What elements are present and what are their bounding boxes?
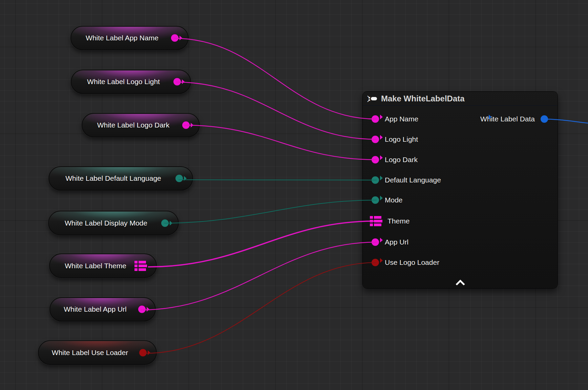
pin-row-default-language: Default Language [372,174,441,186]
collapse-node-button[interactable] [455,279,466,286]
pin-label: Use Logo Loader [385,258,439,267]
wire-display-mode[interactable] [164,200,377,223]
pin-label: App Url [385,238,408,246]
make-struct-icon: ↘↗ [367,95,377,102]
wire-logo-light[interactable] [176,82,377,139]
string-pin-icon[interactable] [138,306,146,313]
node-label: White Label Logo Dark [88,121,193,129]
enum-pin-icon[interactable] [372,176,379,184]
blueprint-graph-canvas[interactable]: White Label App Name White Label Logo Li… [0,0,588,390]
pin-row-logo-light: Logo Light [372,134,418,145]
string-pin-icon[interactable] [372,115,379,123]
pin-row-white-label-data: White Label Data [480,113,548,125]
enum-pin-icon[interactable] [161,219,169,227]
enum-pin-icon[interactable] [372,196,379,204]
string-pin-icon[interactable] [171,34,178,42]
node-title: Make WhiteLabelData [381,94,465,103]
node-label: White Label Default Language [57,174,185,182]
string-pin-icon[interactable] [372,136,379,143]
string-pin-icon[interactable] [173,78,181,85]
node-label: White Label App Url [55,305,150,313]
pin-row-use-logo-loader: Use Logo Loader [372,257,439,268]
node-label: White Label App Name [77,34,182,42]
wire-default-language[interactable] [178,180,377,180]
pin-label: Default Language [385,176,441,184]
node-header[interactable]: ↘↗ Make WhiteLabelData [363,92,558,106]
getter-node-white-label-display-mode[interactable]: White Label Display Mode [48,211,179,235]
string-pin-icon[interactable] [182,121,190,129]
chevron-up-icon [456,280,465,285]
struct-pin-icon[interactable] [370,216,382,226]
getter-node-white-label-app-name[interactable]: White Label App Name [70,26,189,50]
bool-pin-icon[interactable] [139,349,147,356]
getter-node-white-label-use-loader[interactable]: White Label Use Loader [38,340,157,365]
wire-theme[interactable] [148,221,375,267]
node-label: White Label Display Mode [56,219,171,227]
getter-node-white-label-default-language[interactable]: White Label Default Language [48,166,193,191]
pin-label: Logo Light [385,135,418,143]
bool-pin-icon[interactable] [372,259,379,266]
pin-label: Mode [385,196,403,204]
make-whitelabeldata-node[interactable]: ↘↗ Make WhiteLabelData App Name Logo Lig… [363,92,558,288]
pin-label: Logo Dark [385,156,418,164]
getter-node-white-label-logo-dark[interactable]: White Label Logo Dark [82,113,200,137]
pin-label: Theme [387,217,410,225]
object-pin-icon[interactable] [541,115,548,123]
getter-node-white-label-theme[interactable]: White Label Theme [49,253,157,278]
pin-row-app-name: App Name [372,113,418,125]
pin-row-app-url: App Url [372,236,408,248]
string-pin-icon[interactable] [372,238,379,246]
string-pin-icon[interactable] [372,156,379,163]
pin-row-logo-dark: Logo Dark [372,154,418,165]
pin-row-mode: Mode [372,194,403,206]
wire-use-loader[interactable] [145,262,377,353]
wire-app-url[interactable] [141,242,377,310]
pin-row-theme: Theme [372,215,410,227]
pin-label: App Name [385,115,418,123]
getter-node-white-label-app-url[interactable]: White Label App Url [49,297,156,321]
node-label: White Label Logo Light [78,78,184,86]
struct-pin-icon[interactable] [134,261,147,271]
wire-app-name[interactable] [174,38,377,119]
wire-logo-dark[interactable] [184,125,377,160]
node-label: White Label Use Loader [43,349,152,357]
enum-pin-icon[interactable] [175,175,183,182]
getter-node-white-label-logo-light[interactable]: White Label Logo Light [71,70,191,94]
